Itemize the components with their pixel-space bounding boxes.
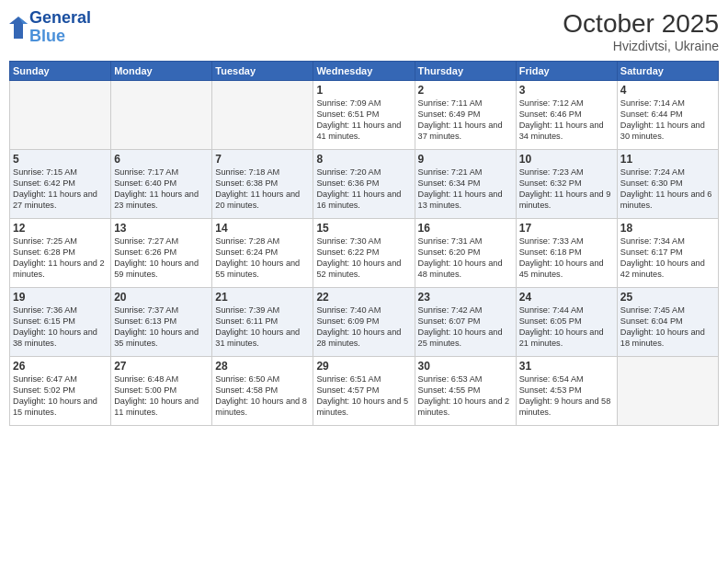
day-info: Sunrise: 7:21 AM Sunset: 6:34 PM Dayligh… — [418, 167, 513, 212]
day-number: 18 — [620, 222, 715, 235]
calendar-cell — [10, 81, 111, 150]
day-info: Sunrise: 6:50 AM Sunset: 4:58 PM Dayligh… — [215, 374, 310, 419]
calendar-cell: 2Sunrise: 7:11 AM Sunset: 6:49 PM Daylig… — [415, 81, 516, 150]
calendar-cell: 21Sunrise: 7:39 AM Sunset: 6:11 PM Dayli… — [212, 288, 313, 357]
calendar-cell: 16Sunrise: 7:31 AM Sunset: 6:20 PM Dayli… — [415, 219, 516, 288]
weekday-header: Tuesday — [212, 62, 313, 81]
weekday-header: Sunday — [10, 62, 111, 81]
calendar-cell: 25Sunrise: 7:45 AM Sunset: 6:04 PM Dayli… — [617, 288, 718, 357]
weekday-header: Saturday — [617, 62, 718, 81]
day-number: 12 — [13, 222, 108, 235]
weekday-header: Monday — [111, 62, 212, 81]
calendar-cell: 9Sunrise: 7:21 AM Sunset: 6:34 PM Daylig… — [415, 150, 516, 219]
logo-line1: General — [29, 9, 91, 28]
day-number: 1 — [316, 84, 411, 97]
day-number: 9 — [418, 153, 513, 166]
calendar-cell: 13Sunrise: 7:27 AM Sunset: 6:26 PM Dayli… — [111, 219, 212, 288]
day-number: 19 — [13, 291, 108, 304]
day-info: Sunrise: 7:24 AM Sunset: 6:30 PM Dayligh… — [620, 167, 715, 212]
day-info: Sunrise: 6:54 AM Sunset: 4:53 PM Dayligh… — [519, 374, 614, 419]
calendar-cell: 6Sunrise: 7:17 AM Sunset: 6:40 PM Daylig… — [111, 150, 212, 219]
day-info: Sunrise: 7:14 AM Sunset: 6:44 PM Dayligh… — [620, 98, 715, 143]
day-info: Sunrise: 7:27 AM Sunset: 6:26 PM Dayligh… — [114, 236, 209, 281]
day-info: Sunrise: 7:40 AM Sunset: 6:09 PM Dayligh… — [316, 305, 411, 350]
calendar-cell — [111, 81, 212, 150]
day-number: 22 — [316, 291, 411, 304]
subtitle: Hvizdivtsi, Ukraine — [563, 39, 719, 53]
day-number: 13 — [114, 222, 209, 235]
day-number: 15 — [316, 222, 411, 235]
day-number: 17 — [519, 222, 614, 235]
day-info: Sunrise: 7:28 AM Sunset: 6:24 PM Dayligh… — [215, 236, 310, 281]
day-info: Sunrise: 7:12 AM Sunset: 6:46 PM Dayligh… — [519, 98, 614, 143]
weekday-header-row: SundayMondayTuesdayWednesdayThursdayFrid… — [10, 62, 719, 81]
day-info: Sunrise: 7:30 AM Sunset: 6:22 PM Dayligh… — [316, 236, 411, 281]
day-info: Sunrise: 7:33 AM Sunset: 6:18 PM Dayligh… — [519, 236, 614, 281]
day-number: 4 — [620, 84, 715, 97]
day-number: 2 — [418, 84, 513, 97]
calendar-cell: 11Sunrise: 7:24 AM Sunset: 6:30 PM Dayli… — [617, 150, 718, 219]
calendar-cell: 31Sunrise: 6:54 AM Sunset: 4:53 PM Dayli… — [516, 357, 617, 426]
day-info: Sunrise: 7:18 AM Sunset: 6:38 PM Dayligh… — [215, 167, 310, 212]
day-info: Sunrise: 7:45 AM Sunset: 6:04 PM Dayligh… — [620, 305, 715, 350]
logo-line2: Blue — [29, 28, 91, 46]
calendar-cell: 28Sunrise: 6:50 AM Sunset: 4:58 PM Dayli… — [212, 357, 313, 426]
calendar-cell: 15Sunrise: 7:30 AM Sunset: 6:22 PM Dayli… — [313, 219, 415, 288]
day-info: Sunrise: 6:48 AM Sunset: 5:00 PM Dayligh… — [114, 374, 209, 419]
calendar-cell — [212, 81, 313, 150]
calendar-cell: 23Sunrise: 7:42 AM Sunset: 6:07 PM Dayli… — [415, 288, 516, 357]
day-number: 26 — [13, 360, 108, 373]
day-info: Sunrise: 7:15 AM Sunset: 6:42 PM Dayligh… — [13, 167, 108, 212]
calendar-table: SundayMondayTuesdayWednesdayThursdayFrid… — [9, 61, 719, 426]
day-info: Sunrise: 7:23 AM Sunset: 6:32 PM Dayligh… — [519, 167, 614, 212]
calendar-cell: 26Sunrise: 6:47 AM Sunset: 5:02 PM Dayli… — [10, 357, 111, 426]
calendar-cell: 1Sunrise: 7:09 AM Sunset: 6:51 PM Daylig… — [313, 81, 415, 150]
day-info: Sunrise: 6:51 AM Sunset: 4:57 PM Dayligh… — [316, 374, 411, 419]
day-number: 25 — [620, 291, 715, 304]
calendar-cell: 20Sunrise: 7:37 AM Sunset: 6:13 PM Dayli… — [111, 288, 212, 357]
day-number: 3 — [519, 84, 614, 97]
day-number: 29 — [316, 360, 411, 373]
day-number: 14 — [215, 222, 310, 235]
day-number: 31 — [519, 360, 614, 373]
day-number: 28 — [215, 360, 310, 373]
calendar-cell: 27Sunrise: 6:48 AM Sunset: 5:00 PM Dayli… — [111, 357, 212, 426]
logo-icon — [9, 17, 28, 39]
day-info: Sunrise: 7:11 AM Sunset: 6:49 PM Dayligh… — [418, 98, 513, 143]
calendar-cell: 5Sunrise: 7:15 AM Sunset: 6:42 PM Daylig… — [10, 150, 111, 219]
day-number: 27 — [114, 360, 209, 373]
day-number: 7 — [215, 153, 310, 166]
day-number: 23 — [418, 291, 513, 304]
calendar-week-row: 19Sunrise: 7:36 AM Sunset: 6:15 PM Dayli… — [10, 288, 719, 357]
weekday-header: Thursday — [415, 62, 516, 81]
day-info: Sunrise: 7:37 AM Sunset: 6:13 PM Dayligh… — [114, 305, 209, 350]
day-info: Sunrise: 7:44 AM Sunset: 6:05 PM Dayligh… — [519, 305, 614, 350]
logo: General Blue — [9, 9, 91, 46]
day-info: Sunrise: 7:17 AM Sunset: 6:40 PM Dayligh… — [114, 167, 209, 212]
calendar-cell: 18Sunrise: 7:34 AM Sunset: 6:17 PM Dayli… — [617, 219, 718, 288]
calendar-cell: 3Sunrise: 7:12 AM Sunset: 6:46 PM Daylig… — [516, 81, 617, 150]
day-info: Sunrise: 7:20 AM Sunset: 6:36 PM Dayligh… — [316, 167, 411, 212]
svg-marker-0 — [9, 17, 28, 39]
day-info: Sunrise: 7:09 AM Sunset: 6:51 PM Dayligh… — [316, 98, 411, 143]
day-number: 16 — [418, 222, 513, 235]
calendar-week-row: 12Sunrise: 7:25 AM Sunset: 6:28 PM Dayli… — [10, 219, 719, 288]
day-number: 30 — [418, 360, 513, 373]
day-number: 8 — [316, 153, 411, 166]
day-info: Sunrise: 6:53 AM Sunset: 4:55 PM Dayligh… — [418, 374, 513, 419]
calendar-cell: 10Sunrise: 7:23 AM Sunset: 6:32 PM Dayli… — [516, 150, 617, 219]
day-number: 11 — [620, 153, 715, 166]
calendar-week-row: 5Sunrise: 7:15 AM Sunset: 6:42 PM Daylig… — [10, 150, 719, 219]
day-number: 10 — [519, 153, 614, 166]
title-section: October 2025 Hvizdivtsi, Ukraine — [563, 9, 719, 53]
logo-text: General Blue — [29, 9, 91, 46]
day-info: Sunrise: 7:36 AM Sunset: 6:15 PM Dayligh… — [13, 305, 108, 350]
header: General Blue October 2025 Hvizdivtsi, Uk… — [9, 9, 719, 53]
day-info: Sunrise: 7:34 AM Sunset: 6:17 PM Dayligh… — [620, 236, 715, 281]
day-info: Sunrise: 6:47 AM Sunset: 5:02 PM Dayligh… — [13, 374, 108, 419]
month-title: October 2025 — [563, 9, 719, 39]
calendar-cell: 4Sunrise: 7:14 AM Sunset: 6:44 PM Daylig… — [617, 81, 718, 150]
weekday-header: Friday — [516, 62, 617, 81]
calendar-cell: 22Sunrise: 7:40 AM Sunset: 6:09 PM Dayli… — [313, 288, 415, 357]
calendar-cell: 29Sunrise: 6:51 AM Sunset: 4:57 PM Dayli… — [313, 357, 415, 426]
